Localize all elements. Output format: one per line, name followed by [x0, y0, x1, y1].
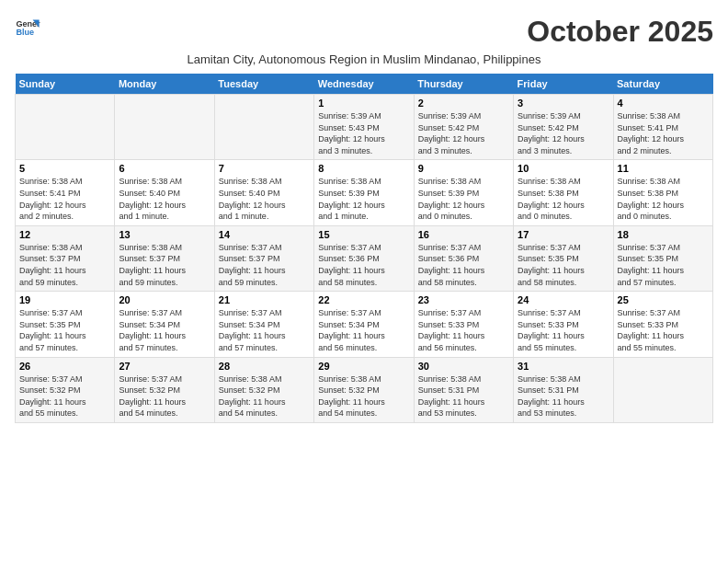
- day-cell: 13Sunrise: 5:38 AM Sunset: 5:37 PM Dayli…: [115, 225, 214, 291]
- day-info: Sunrise: 5:38 AM Sunset: 5:38 PM Dayligh…: [518, 176, 609, 222]
- day-number: 11: [618, 163, 709, 174]
- day-cell: 26Sunrise: 5:37 AM Sunset: 5:32 PM Dayli…: [16, 357, 115, 422]
- day-info: Sunrise: 5:38 AM Sunset: 5:41 PM Dayligh…: [19, 176, 110, 222]
- calendar-table: SundayMondayTuesdayWednesdayThursdayFrid…: [15, 74, 713, 423]
- day-cell: 14Sunrise: 5:37 AM Sunset: 5:37 PM Dayli…: [214, 225, 313, 291]
- day-info: Sunrise: 5:37 AM Sunset: 5:34 PM Dayligh…: [219, 307, 310, 353]
- day-cell: 25Sunrise: 5:37 AM Sunset: 5:33 PM Dayli…: [613, 292, 712, 357]
- week-row-5: 26Sunrise: 5:37 AM Sunset: 5:32 PM Dayli…: [16, 357, 713, 422]
- day-cell: 29Sunrise: 5:38 AM Sunset: 5:32 PM Dayli…: [314, 357, 414, 422]
- day-number: 8: [318, 163, 409, 174]
- day-info: Sunrise: 5:37 AM Sunset: 5:32 PM Dayligh…: [19, 373, 110, 419]
- day-number: 10: [518, 163, 609, 174]
- week-row-4: 19Sunrise: 5:37 AM Sunset: 5:35 PM Dayli…: [16, 292, 713, 357]
- column-header-friday: Friday: [514, 74, 613, 95]
- day-cell: 9Sunrise: 5:38 AM Sunset: 5:39 PM Daylig…: [414, 160, 513, 225]
- day-info: Sunrise: 5:37 AM Sunset: 5:34 PM Dayligh…: [318, 307, 409, 353]
- logo: General Blue: [15, 15, 40, 40]
- day-cell: 20Sunrise: 5:37 AM Sunset: 5:34 PM Dayli…: [115, 292, 214, 357]
- day-cell: [214, 95, 313, 160]
- day-info: Sunrise: 5:37 AM Sunset: 5:33 PM Dayligh…: [418, 307, 509, 353]
- day-number: 4: [618, 98, 709, 109]
- logo-icon: General Blue: [15, 15, 40, 40]
- day-cell: 31Sunrise: 5:38 AM Sunset: 5:31 PM Dayli…: [514, 357, 613, 422]
- day-cell: 12Sunrise: 5:38 AM Sunset: 5:37 PM Dayli…: [16, 225, 115, 291]
- day-number: 25: [618, 294, 709, 305]
- day-cell: 23Sunrise: 5:37 AM Sunset: 5:33 PM Dayli…: [414, 292, 513, 357]
- svg-text:Blue: Blue: [16, 28, 34, 37]
- day-cell: 24Sunrise: 5:37 AM Sunset: 5:33 PM Dayli…: [514, 292, 613, 357]
- day-number: 5: [19, 163, 110, 174]
- day-info: Sunrise: 5:38 AM Sunset: 5:41 PM Dayligh…: [618, 110, 709, 156]
- day-number: 23: [418, 294, 509, 305]
- week-row-2: 5Sunrise: 5:38 AM Sunset: 5:41 PM Daylig…: [16, 160, 713, 225]
- day-info: Sunrise: 5:38 AM Sunset: 5:32 PM Dayligh…: [219, 373, 310, 419]
- column-header-monday: Monday: [115, 74, 214, 95]
- day-cell: 21Sunrise: 5:37 AM Sunset: 5:34 PM Dayli…: [214, 292, 313, 357]
- column-header-thursday: Thursday: [414, 74, 513, 95]
- day-info: Sunrise: 5:37 AM Sunset: 5:33 PM Dayligh…: [518, 307, 609, 353]
- day-info: Sunrise: 5:38 AM Sunset: 5:32 PM Dayligh…: [318, 373, 409, 419]
- day-cell: 4Sunrise: 5:38 AM Sunset: 5:41 PM Daylig…: [613, 95, 712, 160]
- day-number: 27: [119, 361, 210, 372]
- day-cell: 22Sunrise: 5:37 AM Sunset: 5:34 PM Dayli…: [314, 292, 414, 357]
- day-number: 18: [618, 229, 709, 240]
- day-cell: 11Sunrise: 5:38 AM Sunset: 5:38 PM Dayli…: [613, 160, 712, 225]
- day-cell: 7Sunrise: 5:38 AM Sunset: 5:40 PM Daylig…: [214, 160, 313, 225]
- day-number: 22: [318, 294, 409, 305]
- column-header-sunday: Sunday: [16, 74, 115, 95]
- day-info: Sunrise: 5:39 AM Sunset: 5:42 PM Dayligh…: [418, 110, 509, 156]
- day-cell: 28Sunrise: 5:38 AM Sunset: 5:32 PM Dayli…: [214, 357, 313, 422]
- day-cell: 10Sunrise: 5:38 AM Sunset: 5:38 PM Dayli…: [514, 160, 613, 225]
- day-number: 29: [318, 361, 409, 372]
- day-cell: 27Sunrise: 5:37 AM Sunset: 5:32 PM Dayli…: [115, 357, 214, 422]
- day-number: 2: [418, 98, 509, 109]
- day-cell: 3Sunrise: 5:39 AM Sunset: 5:42 PM Daylig…: [514, 95, 613, 160]
- day-info: Sunrise: 5:38 AM Sunset: 5:38 PM Dayligh…: [618, 176, 709, 222]
- day-cell: 30Sunrise: 5:38 AM Sunset: 5:31 PM Dayli…: [414, 357, 513, 422]
- day-cell: 1Sunrise: 5:39 AM Sunset: 5:43 PM Daylig…: [314, 95, 414, 160]
- day-cell: 19Sunrise: 5:37 AM Sunset: 5:35 PM Dayli…: [16, 292, 115, 357]
- day-number: 21: [219, 294, 310, 305]
- day-number: 19: [19, 294, 110, 305]
- column-header-wednesday: Wednesday: [314, 74, 414, 95]
- week-row-1: 1Sunrise: 5:39 AM Sunset: 5:43 PM Daylig…: [16, 95, 713, 160]
- day-info: Sunrise: 5:37 AM Sunset: 5:35 PM Dayligh…: [19, 307, 110, 353]
- day-number: 3: [518, 98, 609, 109]
- day-info: Sunrise: 5:38 AM Sunset: 5:31 PM Dayligh…: [418, 373, 509, 419]
- day-cell: 5Sunrise: 5:38 AM Sunset: 5:41 PM Daylig…: [16, 160, 115, 225]
- day-info: Sunrise: 5:37 AM Sunset: 5:36 PM Dayligh…: [318, 242, 409, 288]
- day-info: Sunrise: 5:37 AM Sunset: 5:34 PM Dayligh…: [119, 307, 210, 353]
- day-number: 6: [119, 163, 210, 174]
- day-number: 30: [418, 361, 509, 372]
- day-number: 12: [19, 229, 110, 240]
- subtitle: Lamitan City, Autonomous Region in Musli…: [15, 52, 713, 66]
- month-title: October 2025: [527, 15, 713, 49]
- day-number: 13: [119, 229, 210, 240]
- day-cell: 17Sunrise: 5:37 AM Sunset: 5:35 PM Dayli…: [514, 225, 613, 291]
- day-cell: 15Sunrise: 5:37 AM Sunset: 5:36 PM Dayli…: [314, 225, 414, 291]
- day-number: 7: [219, 163, 310, 174]
- day-number: 15: [318, 229, 409, 240]
- day-info: Sunrise: 5:38 AM Sunset: 5:39 PM Dayligh…: [418, 176, 509, 222]
- day-info: Sunrise: 5:37 AM Sunset: 5:35 PM Dayligh…: [518, 242, 609, 288]
- day-info: Sunrise: 5:37 AM Sunset: 5:32 PM Dayligh…: [119, 373, 210, 419]
- week-row-3: 12Sunrise: 5:38 AM Sunset: 5:37 PM Dayli…: [16, 225, 713, 291]
- day-cell: 16Sunrise: 5:37 AM Sunset: 5:36 PM Dayli…: [414, 225, 513, 291]
- day-info: Sunrise: 5:38 AM Sunset: 5:37 PM Dayligh…: [119, 242, 210, 288]
- day-number: 1: [318, 98, 409, 109]
- day-cell: 18Sunrise: 5:37 AM Sunset: 5:35 PM Dayli…: [613, 225, 712, 291]
- day-cell: 2Sunrise: 5:39 AM Sunset: 5:42 PM Daylig…: [414, 95, 513, 160]
- day-cell: [613, 357, 712, 422]
- day-number: 28: [219, 361, 310, 372]
- day-number: 31: [518, 361, 609, 372]
- day-number: 9: [418, 163, 509, 174]
- day-info: Sunrise: 5:38 AM Sunset: 5:31 PM Dayligh…: [518, 373, 609, 419]
- day-number: 16: [418, 229, 509, 240]
- day-info: Sunrise: 5:37 AM Sunset: 5:37 PM Dayligh…: [219, 242, 310, 288]
- day-cell: 6Sunrise: 5:38 AM Sunset: 5:40 PM Daylig…: [115, 160, 214, 225]
- column-header-saturday: Saturday: [613, 74, 712, 95]
- day-number: 26: [19, 361, 110, 372]
- day-cell: [115, 95, 214, 160]
- day-info: Sunrise: 5:38 AM Sunset: 5:39 PM Dayligh…: [318, 176, 409, 222]
